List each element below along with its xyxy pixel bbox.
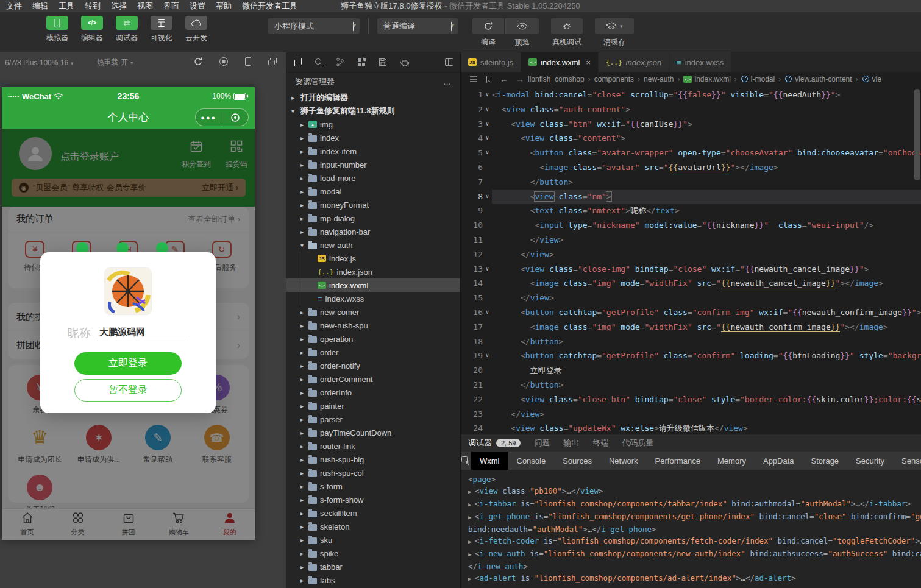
menu-item[interactable]: 转到 <box>85 1 101 12</box>
menu-item[interactable]: 界面 <box>163 1 179 12</box>
dom-node[interactable]: </page> <box>468 585 921 588</box>
debugger-tab-调试器[interactable]: 调试器2, 59 <box>468 437 521 448</box>
tree-item-s-form[interactable]: ▸s-form <box>286 480 460 493</box>
tree-section[interactable]: ▸打开的编辑器 <box>286 91 460 104</box>
fold-icon[interactable]: ∨ <box>483 349 492 363</box>
login-later-button[interactable]: 暂不登录 <box>74 379 182 402</box>
fold-icon[interactable]: ∨ <box>483 88 492 102</box>
fold-icon[interactable]: ∨ <box>483 146 492 160</box>
tree-item-sku[interactable]: ▸sku <box>286 533 460 547</box>
breadcrumb-item[interactable]: view.auth-content <box>784 75 852 84</box>
outline-icon[interactable] <box>469 76 478 83</box>
breadcrumb-item[interactable]: <>index.wxml <box>683 75 730 83</box>
tree-item-order[interactable]: ▸order <box>286 345 460 359</box>
fold-icon[interactable]: ∨ <box>483 305 492 320</box>
more-menu-icon[interactable]: ●●● <box>196 114 222 121</box>
menu-item[interactable]: 帮助 <box>216 1 232 12</box>
forward-icon[interactable]: → <box>516 74 524 84</box>
dom-node[interactable]: </i-new-auth> <box>468 561 921 572</box>
devtools-tab-AppData[interactable]: AppData <box>755 452 803 470</box>
more-actions-icon[interactable]: … <box>443 77 452 87</box>
compile-select[interactable]: 普通编译 ▾ <box>377 18 458 34</box>
tree-item-skeleton[interactable]: ▸skeleton <box>286 520 460 533</box>
menu-item[interactable]: 设置 <box>190 1 205 12</box>
tree-item-index.json[interactable]: {..}index.json <box>286 265 460 278</box>
debugger-tab-问题[interactable]: 问题 <box>534 437 550 448</box>
win-sim-icon[interactable] <box>268 57 277 68</box>
editor-scrollbar[interactable] <box>914 89 920 180</box>
phone-sim-icon[interactable] <box>244 57 252 68</box>
devtools-tab-Network[interactable]: Network <box>600 452 647 470</box>
breadcrumb-item[interactable]: components <box>594 75 634 83</box>
tree-item-new-rush-spu[interactable]: ▸new-rush-spu <box>286 319 460 332</box>
toolbar-layout-button[interactable]: 可视化 <box>148 16 175 43</box>
tree-item-router-link[interactable]: ▸router-link <box>286 439 460 453</box>
tree-item-seckillItem[interactable]: ▸seckillItem <box>286 506 460 520</box>
refresh-action-button[interactable]: 编译 <box>472 16 504 48</box>
menu-item[interactable]: 视图 <box>137 1 153 12</box>
breadcrumb-item[interactable]: lionfish_comshop <box>528 75 585 83</box>
editor-tab-siteinfo.js[interactable]: JSsiteinfo.js <box>461 52 521 72</box>
wxml-dom-tree[interactable]: <page>▶ <view class="pb100">…</view>▶ <i… <box>461 470 921 588</box>
breadcrumb-item[interactable]: i-modal <box>741 75 775 84</box>
tree-item-tabs[interactable]: ▸tabs <box>286 573 460 587</box>
menu-item[interactable]: 工具 <box>59 1 74 12</box>
layers-action-button[interactable]: ▾清缓存 <box>595 16 634 48</box>
tree-item-parser[interactable]: ▸parser <box>286 413 460 426</box>
tree-item-img[interactable]: ▸▲img <box>286 118 460 131</box>
tree-section[interactable]: ▾狮子鱼修复前端11.8新规则 <box>286 104 460 118</box>
tree-item-orderInfo[interactable]: ▸orderInfo <box>286 386 460 399</box>
teapot-activity-icon[interactable] <box>399 58 410 66</box>
dom-node[interactable]: ▶ <i-get-phone is="lionfish_comshop/comp… <box>468 511 921 523</box>
refresh-sim-icon[interactable] <box>193 57 203 68</box>
close-target-icon[interactable] <box>222 112 249 123</box>
record-sim-icon[interactable] <box>219 57 229 68</box>
mode-select[interactable]: 小程序模式 ▾ <box>268 18 360 34</box>
login-now-button[interactable]: 立即登录 <box>74 352 182 375</box>
inspect-element-icon[interactable] <box>461 452 471 470</box>
debugger-tab-代码质量[interactable]: 代码质量 <box>622 437 653 448</box>
tree-item-rush-spu-col[interactable]: ▸rush-spu-col <box>286 466 460 480</box>
ext-activity-icon[interactable] <box>357 57 366 67</box>
tree-item-order-notify[interactable]: ▸order-notify <box>286 359 460 372</box>
toolbar-cloud-button[interactable]: 云开发 <box>183 16 210 43</box>
devtools-tab-Performance[interactable]: Performance <box>647 452 709 470</box>
devtools-tab-Wxml[interactable]: Wxml <box>471 452 508 470</box>
dom-node[interactable]: ▶ <i-fetch-coder is="lionfish_comshop/co… <box>468 535 921 548</box>
editor-tab-index.wxml[interactable]: <>index.wxml× <box>521 52 599 72</box>
fold-icon[interactable]: ∨ <box>483 102 492 117</box>
tree-item-load-more[interactable]: ▸load-more <box>286 171 460 185</box>
collapse-sidebar-icon[interactable] <box>444 58 454 66</box>
breadcrumb-item[interactable]: new-auth <box>644 75 674 83</box>
tree-item-index-item[interactable]: ▸index-item <box>286 144 460 158</box>
editor-tab-index.wxss[interactable]: ≡index.wxss <box>669 52 731 72</box>
tree-item-rush-spu-big[interactable]: ▸rush-spu-big <box>286 453 460 466</box>
devtools-tab-Console[interactable]: Console <box>508 452 555 470</box>
expand-arrow-icon[interactable]: ▶ <box>468 514 475 520</box>
fold-icon[interactable]: ∨ <box>483 190 492 204</box>
expand-arrow-icon[interactable]: ▶ <box>468 501 475 508</box>
toolbar-code-button[interactable]: </>编辑器 <box>79 16 105 43</box>
bookmark-icon[interactable] <box>485 75 493 83</box>
tree-item-payTimeCountDown[interactable]: ▸payTimeCountDown <box>286 426 460 439</box>
fold-icon[interactable]: ∨ <box>483 117 492 132</box>
menu-item[interactable]: 选择 <box>111 1 127 12</box>
debugger-tab-输出[interactable]: 输出 <box>563 437 579 448</box>
editor-tab-index.json[interactable]: {..}index.json <box>599 52 669 72</box>
search-activity-icon[interactable] <box>314 57 324 67</box>
toolbar-phone-button[interactable]: 模拟器 <box>44 16 71 43</box>
breadcrumb-item[interactable]: vie <box>862 75 881 84</box>
tree-item-index.wxml[interactable]: <>index.wxml <box>286 278 460 292</box>
fold-icon[interactable]: ∨ <box>483 131 492 146</box>
tree-item-s-form-show[interactable]: ▸s-form-show <box>286 493 460 506</box>
dom-node[interactable]: ▶ <view class="pb100">…</view> <box>468 485 921 498</box>
git-activity-icon[interactable] <box>335 57 345 67</box>
toolbar-swap-button[interactable]: 调试器 <box>113 16 140 43</box>
devtools-tab-Security[interactable]: Security <box>847 452 893 470</box>
tree-item-index.js[interactable]: JSindex.js <box>286 252 460 265</box>
devtools-tab-Storage[interactable]: Storage <box>803 452 848 470</box>
tree-item-modal[interactable]: ▸modal <box>286 185 460 198</box>
tree-item-new-comer[interactable]: ▸new-comer <box>286 305 460 319</box>
tree-item-index.wxss[interactable]: ≡index.wxss <box>286 292 460 305</box>
devtools-tab-Sensor[interactable]: Sensor <box>893 452 921 470</box>
